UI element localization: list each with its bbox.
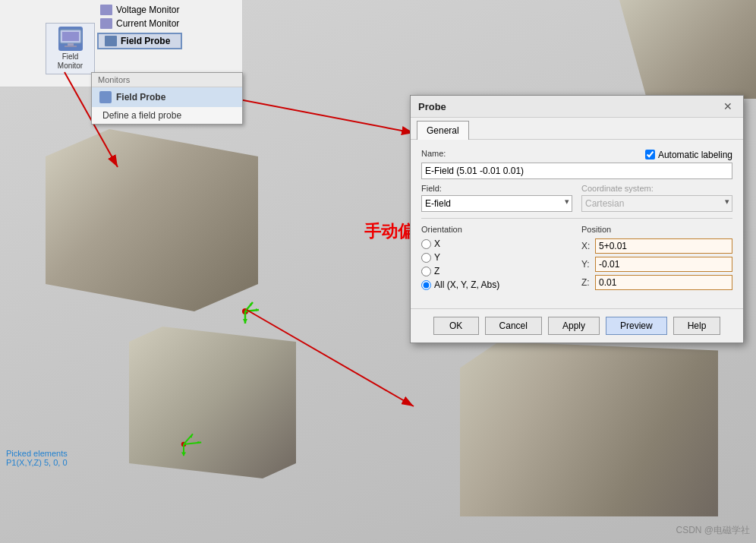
- position-title: Position: [581, 225, 732, 234]
- name-input[interactable]: E-Field (5.01 -0.01 0.01): [421, 163, 732, 179]
- radio-y[interactable]: [421, 253, 431, 263]
- position-section: Position X: 5+0.01 Y: -0.01 Z: 0.01: [581, 225, 732, 293]
- coord-select: Cartesian: [581, 195, 732, 212]
- position-z-row: Z: 0.01: [581, 275, 732, 290]
- dropdown-menu: Monitors Field Probe Define a field prob…: [91, 72, 243, 125]
- name-label: Name:: [421, 149, 446, 158]
- field-monitor-button[interactable]: FieldMonitor: [46, 23, 95, 74]
- probe-marker-2: [175, 429, 205, 459]
- svg-rect-20: [68, 43, 74, 46]
- 3d-shape-top-right: [619, 0, 756, 99]
- radio-x-label: X: [434, 238, 440, 249]
- dialog-tabs: General: [411, 118, 743, 140]
- position-z-input[interactable]: 0.01: [595, 275, 732, 290]
- radio-all[interactable]: [421, 280, 431, 290]
- field-coord-row: Field: E-field Coordinate system: Cartes…: [421, 184, 732, 212]
- name-row-header: Name: Automatic labeling: [421, 149, 732, 160]
- radio-z-row: Z: [421, 266, 572, 276]
- apply-button[interactable]: Apply: [548, 317, 600, 335]
- radio-x[interactable]: [421, 239, 431, 249]
- field-probe-icon: [105, 36, 117, 46]
- dropdown-section-title: Monitors: [92, 73, 242, 87]
- watermark: CSDN @电磁学社: [676, 524, 750, 537]
- dropdown-define-label: Define a field probe: [102, 110, 181, 121]
- 3d-shape-center-left: [46, 129, 258, 311]
- radio-y-row: Y: [421, 252, 572, 263]
- picked-label: Picked elements: [6, 449, 68, 458]
- current-monitor-button[interactable]: Current Monitor: [97, 17, 182, 30]
- dialog-title: Probe: [418, 101, 446, 112]
- voltage-monitor-icon: [100, 5, 112, 15]
- svg-rect-19: [62, 32, 79, 41]
- tab-general[interactable]: General: [417, 121, 469, 140]
- dialog-footer: OK Cancel Apply Preview Help: [411, 308, 743, 343]
- orientation-position-row: Orientation X Y Z All (X, Y, Z, Abs): [421, 225, 732, 293]
- svg-marker-13: [181, 452, 186, 456]
- name-form-group: Name: Automatic labeling E-Field (5.01 -…: [421, 149, 732, 179]
- dropdown-field-probe-icon: [99, 91, 112, 103]
- section-divider: [421, 218, 732, 219]
- help-button[interactable]: Help: [673, 317, 721, 335]
- coord-label: Coordinate system:: [581, 184, 732, 193]
- current-monitor-icon: [100, 18, 112, 29]
- 3d-shape-bottom-right: [460, 342, 718, 516]
- radio-all-label: All (X, Y, Z, Abs): [434, 279, 499, 290]
- 3d-shape-center-bottom: [129, 327, 296, 478]
- position-y-row: Y: -0.01: [581, 257, 732, 272]
- auto-label-text: Automatic labeling: [658, 150, 732, 160]
- dialog-close-button[interactable]: ✕: [720, 100, 736, 112]
- field-probe-button[interactable]: Field Probe: [97, 33, 182, 49]
- coord-select-wrapper: Cartesian: [581, 195, 732, 212]
- svg-rect-21: [65, 46, 77, 47]
- svg-marker-6: [243, 319, 247, 324]
- radio-x-row: X: [421, 238, 572, 249]
- radio-z[interactable]: [421, 267, 431, 276]
- dialog-titlebar: Probe ✕: [411, 96, 743, 118]
- field-probe-label: Field Probe: [121, 36, 170, 46]
- ok-button[interactable]: OK: [433, 317, 479, 335]
- position-x-label: X:: [581, 241, 595, 251]
- probe-marker-1: [232, 296, 262, 327]
- position-x-input[interactable]: 5+0.01: [595, 238, 732, 254]
- dialog-body: Name: Automatic labeling E-Field (5.01 -…: [411, 140, 743, 308]
- coord-col: Coordinate system: Cartesian: [581, 184, 732, 212]
- dropdown-field-probe[interactable]: Field Probe: [92, 87, 242, 107]
- radio-all-row: All (X, Y, Z, Abs): [421, 279, 572, 290]
- dropdown-define-field-probe[interactable]: Define a field probe: [92, 107, 242, 124]
- preview-button[interactable]: Preview: [606, 317, 667, 335]
- field-select-wrapper: E-field: [421, 195, 572, 212]
- toolbar-buttons: Voltage Monitor Current Monitor Field Pr…: [97, 4, 182, 49]
- position-y-input[interactable]: -0.01: [595, 257, 732, 272]
- voltage-monitor-label: Voltage Monitor: [116, 5, 179, 15]
- radio-y-label: Y: [434, 252, 440, 263]
- current-monitor-label: Current Monitor: [116, 18, 179, 29]
- orientation-section: Orientation X Y Z All (X, Y, Z, Abs): [421, 225, 572, 293]
- field-label: Field:: [421, 184, 572, 193]
- position-z-label: Z:: [581, 277, 595, 288]
- field-monitor-label: FieldMonitor: [58, 52, 83, 71]
- radio-z-label: Z: [434, 266, 439, 276]
- position-x-row: X: 5+0.01: [581, 238, 732, 254]
- probe-dialog: Probe ✕ General Name: Automatic labeling…: [410, 95, 744, 343]
- picked-elements-info: Picked elements P1(X,Y,Z) 5, 0, 0: [6, 449, 68, 467]
- field-monitor-icon: [58, 27, 83, 51]
- voltage-monitor-button[interactable]: Voltage Monitor: [97, 4, 182, 16]
- dropdown-field-probe-label: Field Probe: [116, 92, 165, 103]
- field-col: Field: E-field: [421, 184, 572, 212]
- cancel-button[interactable]: Cancel: [485, 317, 542, 335]
- auto-label-row: Automatic labeling: [645, 150, 732, 160]
- picked-value: P1(X,Y,Z) 5, 0, 0: [6, 458, 68, 467]
- position-y-label: Y:: [581, 259, 595, 270]
- auto-label-checkbox[interactable]: [645, 150, 655, 159]
- orientation-title: Orientation: [421, 225, 572, 234]
- field-select[interactable]: E-field: [421, 195, 572, 212]
